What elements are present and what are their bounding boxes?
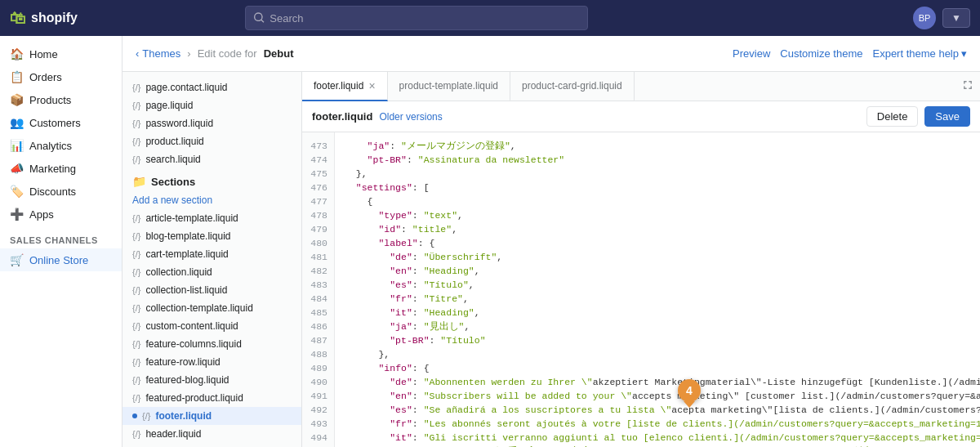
file-name: featured-blog.liquid — [145, 374, 229, 386]
code-content[interactable]: 4734744754764774784794804814824834844854… — [302, 132, 980, 447]
save-button[interactable]: Save — [924, 106, 970, 127]
sidebar-item-apps[interactable]: ➕ Apps — [0, 203, 122, 226]
close-tab-icon[interactable]: × — [368, 80, 375, 92]
file-name: custom-content.liquid — [145, 320, 238, 332]
chevron-down-icon: ▾ — [961, 47, 967, 60]
folder-icon: 📁 — [132, 175, 146, 188]
file-name: article-template.liquid — [145, 212, 238, 224]
file-feature-row[interactable]: {/} feature-row.liquid — [122, 353, 301, 371]
expert-theme-help-button[interactable]: Expert theme help ▾ — [872, 47, 967, 60]
file-name: page.contact.liquid — [145, 82, 227, 93]
liquid-icon: {/} — [132, 285, 140, 295]
nav-right: BP ▼ — [913, 7, 970, 29]
file-featured-blog[interactable]: {/} featured-blog.liquid — [122, 371, 301, 389]
preview-button[interactable]: Preview — [733, 47, 770, 60]
older-versions-link[interactable]: Older versions — [379, 111, 442, 123]
file-hero[interactable]: {/} hero.liquid — [122, 443, 301, 447]
search-icon — [254, 12, 265, 24]
file-name: cart-template.liquid — [145, 248, 228, 260]
discounts-icon: 🏷️ — [10, 185, 23, 198]
file-name: footer.liquid — [155, 410, 212, 422]
line-numbers: 4734744754764774784794804814824834844854… — [302, 132, 335, 447]
sidebar-item-label: Customers — [29, 117, 81, 129]
delete-button[interactable]: Delete — [866, 106, 919, 127]
editor-content: {/} page.contact.liquid {/} page.liquid … — [122, 72, 980, 447]
store-selector[interactable]: ▼ — [942, 8, 970, 28]
active-file-indicator — [132, 413, 137, 418]
file-featured-product[interactable]: {/} featured-product.liquid — [122, 389, 301, 407]
code-toolbar: footer.liquid Older versions Delete Save — [302, 101, 980, 132]
file-tree: {/} page.contact.liquid {/} page.liquid … — [122, 72, 302, 447]
sidebar-item-home[interactable]: 🏠 Home — [0, 42, 122, 65]
file-collection-list[interactable]: {/} collection-list.liquid — [122, 281, 301, 299]
tab-product-card-grid[interactable]: product-card-grid.liquid — [510, 72, 635, 101]
sidebar-item-label: Analytics — [29, 140, 72, 152]
file-password[interactable]: {/} password.liquid — [122, 114, 301, 132]
sidebar-item-label: Orders — [29, 71, 62, 83]
liquid-icon: {/} — [132, 231, 140, 241]
file-name: feature-row.liquid — [145, 356, 220, 368]
sidebar-item-analytics[interactable]: 📊 Analytics — [0, 134, 122, 157]
avatar[interactable]: BP — [913, 7, 936, 29]
file-collection-template[interactable]: {/} collection-template.liquid — [122, 299, 301, 317]
liquid-icon: {/} — [132, 321, 140, 331]
sidebar-item-label: Apps — [29, 208, 54, 221]
file-page-contact[interactable]: {/} page.contact.liquid — [122, 78, 301, 96]
liquid-icon: {/} — [132, 83, 140, 92]
file-footer[interactable]: {/} footer.liquid — [122, 407, 301, 425]
liquid-icon: {/} — [132, 393, 140, 403]
chevron-left-icon: ‹ — [136, 47, 139, 60]
tab-product-template[interactable]: product-template.liquid — [388, 72, 510, 101]
liquid-icon: {/} — [132, 154, 140, 164]
liquid-icon: {/} — [132, 101, 140, 110]
marketing-icon: 📣 — [10, 162, 23, 175]
file-header[interactable]: {/} header.liquid — [122, 425, 301, 443]
file-name: collection-template.liquid — [145, 302, 252, 314]
sidebar-item-label: Online Store — [29, 254, 88, 266]
sidebar-item-label: Products — [29, 94, 71, 106]
add-section-link[interactable]: Add a new section — [122, 191, 301, 209]
sidebar-item-customers[interactable]: 👥 Customers — [0, 111, 122, 134]
file-name: featured-product.liquid — [145, 392, 243, 404]
sidebar-item-marketing[interactable]: 📣 Marketing — [0, 157, 122, 180]
search-input[interactable] — [270, 12, 579, 25]
file-name: header.liquid — [145, 428, 201, 440]
file-article-template[interactable]: {/} article-template.liquid — [122, 209, 301, 227]
file-name: blog-template.liquid — [145, 230, 230, 242]
products-icon: 📦 — [10, 93, 23, 106]
back-to-themes[interactable]: ‹ Themes — [136, 47, 180, 60]
sidebar-item-orders[interactable]: 📋 Orders — [0, 65, 122, 88]
file-cart-template[interactable]: {/} cart-template.liquid — [122, 245, 301, 263]
file-collection[interactable]: {/} collection.liquid — [122, 263, 301, 281]
file-page[interactable]: {/} page.liquid — [122, 96, 301, 114]
file-custom-content[interactable]: {/} custom-content.liquid — [122, 317, 301, 335]
active-file-label: footer.liquid — [312, 110, 372, 123]
expand-btn[interactable] — [962, 79, 980, 93]
file-search[interactable]: {/} search.liquid — [122, 150, 301, 168]
customize-theme-button[interactable]: Customize theme — [780, 47, 862, 60]
sidebar-item-products[interactable]: 📦 Products — [0, 88, 122, 111]
sidebar-item-online-store[interactable]: 🛒 Online Store — [0, 248, 122, 271]
theme-topbar: ‹ Themes › Edit code for Debut Preview C… — [122, 36, 980, 72]
home-icon: 🏠 — [10, 47, 23, 60]
step-badge: 4 — [678, 379, 701, 402]
sections-header: 📁 Sections — [122, 168, 301, 191]
liquid-icon: {/} — [132, 213, 140, 223]
sidebar-item-label: Marketing — [29, 163, 76, 175]
tab-footer-liquid[interactable]: footer.liquid × — [302, 72, 388, 101]
file-name: product.liquid — [145, 136, 203, 147]
themes-link: Themes — [142, 47, 180, 60]
file-product[interactable]: {/} product.liquid — [122, 132, 301, 150]
orders-icon: 📋 — [10, 70, 23, 83]
file-name: page.liquid — [145, 100, 193, 111]
code-text: "ja": "メールマガジンの登録", "pt-BR": "Assinatura… — [335, 132, 980, 447]
liquid-icon: {/} — [132, 136, 140, 146]
sidebar-item-discounts[interactable]: 🏷️ Discounts — [0, 180, 122, 203]
file-blog-template[interactable]: {/} blog-template.liquid — [122, 227, 301, 245]
edit-code-label: Edit code for — [198, 47, 257, 60]
search-bar — [245, 6, 588, 30]
tab-label: product-card-grid.liquid — [522, 80, 622, 92]
file-feature-columns[interactable]: {/} feature-columns.liquid — [122, 335, 301, 353]
shopify-wordmark: shopify — [31, 11, 78, 25]
liquid-icon: {/} — [132, 357, 140, 367]
